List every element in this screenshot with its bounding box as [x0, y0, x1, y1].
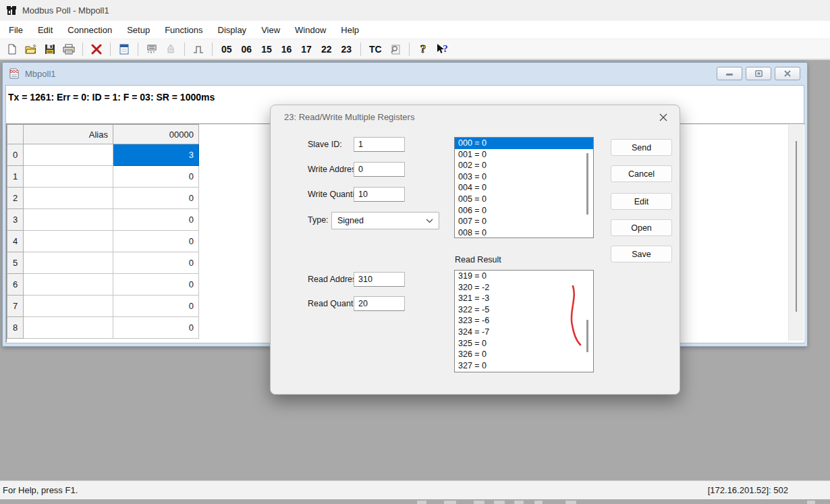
list-item[interactable]: 001 = 0 — [455, 149, 593, 161]
grid-scrollbar[interactable] — [788, 125, 804, 341]
write-address-input[interactable] — [354, 162, 405, 177]
menu-edit[interactable]: Edit — [30, 22, 60, 38]
menu-setup[interactable]: Setup — [119, 22, 157, 38]
row-header[interactable]: 6 — [7, 274, 24, 296]
help-button[interactable]: ? — [415, 41, 431, 57]
alias-cell[interactable] — [24, 274, 113, 296]
menu-window[interactable]: Window — [287, 22, 333, 38]
menu-functions[interactable]: Functions — [157, 22, 210, 38]
list-item[interactable]: 320 = -2 — [455, 282, 593, 293]
list-item[interactable]: 319 = 0 — [455, 271, 593, 282]
list-item[interactable]: 325 = 0 — [455, 338, 593, 349]
row-header[interactable]: 4 — [7, 231, 24, 252]
pulse-button[interactable] — [190, 41, 206, 57]
pulse-icon — [193, 45, 204, 54]
alias-cell[interactable] — [24, 252, 113, 274]
type-dropdown[interactable]: Signed — [331, 212, 439, 229]
read-result-listbox[interactable]: 319 = 0320 = -2321 = -3322 = -5323 = -63… — [454, 270, 594, 372]
value-cell[interactable]: 0 — [113, 188, 199, 209]
fc16-button[interactable]: 16 — [278, 44, 296, 55]
disconnect-button[interactable] — [163, 41, 179, 57]
value-cell[interactable]: 0 — [113, 209, 199, 231]
menu-connection[interactable]: Connection — [60, 22, 119, 38]
dialog-close-button[interactable] — [657, 111, 670, 124]
setup-window-button[interactable] — [116, 41, 132, 57]
alias-cell[interactable] — [24, 317, 113, 339]
alias-cell[interactable] — [24, 188, 113, 209]
value-column-header[interactable]: 00000 — [113, 125, 199, 144]
fc15-button[interactable]: 15 — [258, 44, 275, 55]
fc17-button[interactable]: 17 — [298, 44, 315, 55]
value-cell[interactable]: 0 — [113, 166, 199, 188]
close-button[interactable] — [775, 67, 800, 80]
delete-button[interactable] — [88, 41, 105, 57]
list-item[interactable]: 003 = 0 — [455, 171, 593, 183]
row-header[interactable]: 5 — [7, 252, 24, 274]
list-item[interactable]: 005 = 0 — [455, 194, 593, 205]
edit-button[interactable]: Edit — [611, 193, 672, 210]
grid-scrollbar-thumb[interactable] — [796, 141, 797, 312]
list-item[interactable]: 327 = 0 — [455, 360, 593, 372]
print-button[interactable] — [61, 41, 77, 57]
list-item[interactable]: 324 = -7 — [455, 327, 593, 338]
fc06-button[interactable]: 06 — [238, 44, 256, 55]
row-header[interactable]: 2 — [7, 188, 24, 209]
menu-display[interactable]: Display — [211, 22, 254, 38]
alias-cell[interactable] — [24, 144, 113, 166]
printer-icon — [63, 44, 75, 55]
alias-cell[interactable] — [24, 209, 113, 231]
alias-cell[interactable] — [24, 231, 113, 252]
send-button[interactable]: Send — [611, 139, 672, 156]
list-item[interactable]: 006 = 0 — [455, 205, 593, 217]
new-button[interactable] — [4, 41, 20, 57]
value-cell[interactable]: 0 — [113, 252, 199, 274]
row-header[interactable]: 1 — [7, 166, 24, 188]
slave-id-input[interactable] — [354, 137, 405, 152]
row-header[interactable]: 0 — [7, 144, 24, 166]
value-cell-selected[interactable]: 3 — [113, 144, 199, 166]
fc22-button[interactable]: 22 — [318, 44, 335, 55]
save-button[interactable]: Save — [611, 246, 672, 262]
fc23-button[interactable]: 23 — [337, 44, 355, 55]
row-header[interactable]: 8 — [7, 317, 24, 339]
row-header[interactable]: 7 — [7, 296, 24, 317]
connect-button[interactable] — [144, 41, 160, 57]
value-cell[interactable]: 0 — [113, 296, 199, 317]
read-listbox-scrollbar-thumb[interactable] — [586, 320, 588, 352]
write-quantity-input[interactable] — [354, 187, 405, 202]
value-cell[interactable]: 0 — [113, 231, 199, 252]
context-help-button[interactable]: ? — [434, 41, 450, 57]
alias-cell[interactable] — [24, 166, 113, 188]
menu-help[interactable]: Help — [333, 22, 366, 38]
read-address-input[interactable] — [354, 272, 405, 287]
write-listbox-scrollbar-thumb[interactable] — [586, 153, 588, 215]
list-item[interactable]: 322 = -5 — [455, 304, 593, 316]
alias-column-header[interactable]: Alias — [24, 125, 113, 144]
list-item[interactable]: 002 = 0 — [455, 160, 593, 171]
value-cell[interactable]: 0 — [113, 317, 199, 339]
write-values-listbox[interactable]: 000 = 0001 = 0002 = 0003 = 0004 = 0005 =… — [454, 137, 594, 238]
list-item[interactable]: 000 = 0 — [455, 138, 593, 149]
list-item[interactable]: 321 = -3 — [455, 293, 593, 304]
read-quantity-input[interactable] — [354, 296, 405, 311]
minimize-button[interactable] — [717, 67, 742, 80]
list-item[interactable]: 007 = 0 — [455, 216, 593, 227]
row-header[interactable]: 3 — [7, 209, 24, 231]
alias-cell[interactable] — [24, 296, 113, 317]
value-cell[interactable]: 0 — [113, 274, 199, 296]
save-button[interactable] — [42, 41, 58, 57]
fc05-button[interactable]: 05 — [218, 44, 236, 55]
open-button[interactable] — [23, 41, 39, 57]
list-item[interactable]: 326 = 0 — [455, 349, 593, 360]
menu-view[interactable]: View — [254, 22, 287, 38]
list-item[interactable]: 004 = 0 — [455, 182, 593, 194]
cancel-button[interactable]: Cancel — [611, 165, 672, 182]
connect-icon — [146, 44, 158, 55]
list-item[interactable]: 323 = -6 — [455, 315, 593, 327]
open-button[interactable]: Open — [611, 219, 672, 236]
test-center-button[interactable]: TC — [366, 44, 385, 55]
list-item[interactable]: 008 = 0 — [455, 227, 593, 238]
restore-button[interactable] — [746, 67, 771, 80]
menu-file[interactable]: File — [1, 22, 30, 38]
communication-log-button[interactable] — [387, 41, 404, 57]
